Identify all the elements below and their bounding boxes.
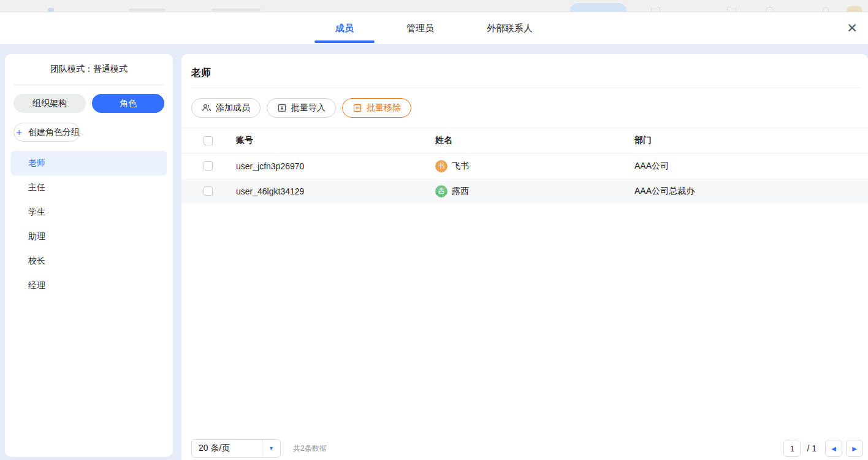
column-header-account: 账号 [236,135,435,146]
background-calendar-icon [651,7,660,12]
member-name: 露西 [452,186,469,197]
total-count-label: 共2条数据 [293,443,327,454]
background-avatar [847,6,862,12]
batch-remove-button[interactable]: 批量移除 [342,98,411,118]
table-row[interactable]: user_jcfn3p26970 书 飞书 AAA公司 [181,153,868,178]
page-number-input[interactable]: 1 [783,440,801,457]
close-icon[interactable]: ✕ [843,20,861,37]
role-item-manager[interactable]: 经理 [11,274,167,298]
account-cell: user_jcfn3p26970 [236,161,435,171]
role-item-student[interactable]: 学生 [11,200,167,224]
page-size-value: 20 条/页 [192,443,262,454]
name-cell: 西 露西 [435,185,634,197]
role-item-teacher[interactable]: 老师 [11,151,167,175]
background-text-smudge [129,9,166,11]
tab-members[interactable]: 成员 [314,12,375,44]
name-cell: 书 飞书 [435,160,634,172]
role-item-assistant[interactable]: 助理 [11,224,167,249]
background-docs-icon [727,7,736,12]
role-list: 老师 主任 学生 助理 校长 经理 [5,151,173,298]
page-navigation: 1 / 1 ◀ ▶ [783,440,863,457]
member-modal-tab-bar: 成员 管理员 外部联系人 [0,12,868,44]
department-cell: AAA公司 [634,161,858,172]
import-icon [277,103,287,113]
account-cell: user_46lgkt34129 [236,186,435,196]
table-header-row: 账号 姓名 部门 [181,128,868,153]
prev-page-button[interactable]: ◀ [825,440,842,457]
page-total-label: / 1 [807,443,817,453]
page-size-select[interactable]: 20 条/页 ▼ [191,439,281,458]
segment-roles[interactable]: 角色 [92,94,164,113]
view-segment-toggle: 组织架构 角色 [5,85,173,113]
chevron-down-icon: ▼ [268,445,274,451]
create-role-group-label: 创建角色分组 [28,127,80,138]
tab-external-contacts[interactable]: 外部联系人 [466,12,554,44]
caret-zone: ▼ [262,440,280,457]
member-name: 飞书 [452,161,469,172]
background-active-pill [570,3,626,12]
background-text-smudge [211,9,261,11]
tab-admins[interactable]: 管理员 [386,12,455,44]
minus-square-icon [352,103,362,113]
toolbar: 添加成员 批量导入 批量移除 [191,98,868,118]
row-checkbox[interactable] [204,186,213,196]
sidebar-panel: 团队模式：普通模式 组织架构 角色 ＋ 创建角色分组 老师 主任 学生 助理 校… [5,54,173,457]
select-all-checkbox[interactable] [204,136,213,145]
avatar: 书 [435,160,447,172]
add-member-label: 添加成员 [216,102,250,113]
member-list-panel: 老师 添加成员 批量导入 [181,54,868,460]
plus-icon: ＋ [14,128,24,137]
column-header-department: 部门 [634,135,858,146]
batch-remove-label: 批量移除 [367,102,401,113]
department-cell: AAA公司总裁办 [634,186,858,197]
add-member-button[interactable]: 添加成员 [191,98,261,118]
page-title: 老师 [191,66,858,80]
background-settings-icon [823,7,829,12]
background-app-bar [0,0,868,12]
row-checkbox[interactable] [204,161,213,171]
column-header-name: 姓名 [435,135,634,146]
segment-org-structure[interactable]: 组织架构 [13,94,86,113]
batch-import-label: 批量导入 [291,102,326,113]
background-logo [48,8,54,12]
pagination-bar: 20 条/页 ▼ 共2条数据 1 / 1 ◀ ▶ [191,439,863,458]
next-page-button[interactable]: ▶ [846,440,863,457]
table-row[interactable]: user_46lgkt34129 西 露西 AAA公司总裁办 [181,178,868,204]
team-mode-label: 团队模式：普通模式 [5,54,173,85]
people-icon [202,103,211,113]
role-item-principal[interactable]: 校长 [11,249,167,274]
create-role-group-button[interactable]: ＋ 创建角色分组 [13,123,80,142]
batch-import-button[interactable]: 批量导入 [267,98,336,118]
role-item-director[interactable]: 主任 [11,175,167,200]
member-table: 账号 姓名 部门 user_jcfn3p26970 书 飞书 AAA公司 use… [181,128,868,204]
title-divider [191,88,861,88]
background-help-icon [766,7,774,12]
avatar: 西 [435,185,447,197]
